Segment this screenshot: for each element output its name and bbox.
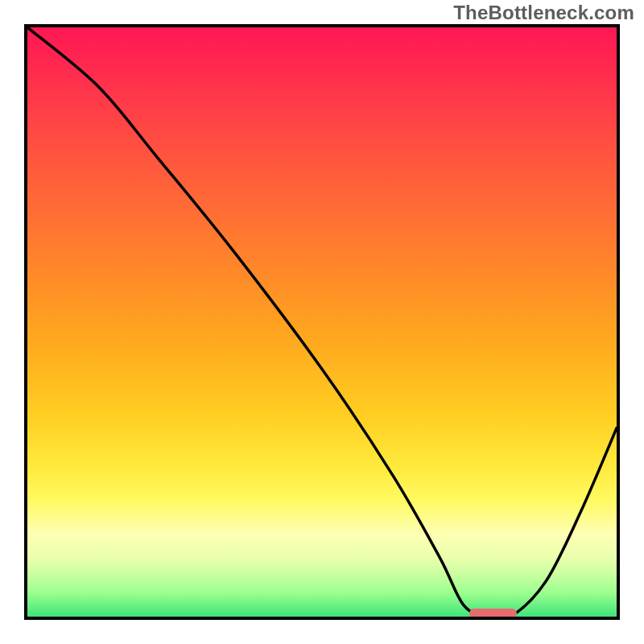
- plot-frame: [24, 24, 620, 620]
- curve-path: [27, 27, 617, 617]
- chart-container: TheBottleneck.com: [0, 0, 644, 644]
- optimal-marker: [469, 609, 517, 618]
- watermark-text: TheBottleneck.com: [453, 2, 634, 24]
- bottleneck-curve: [27, 27, 617, 617]
